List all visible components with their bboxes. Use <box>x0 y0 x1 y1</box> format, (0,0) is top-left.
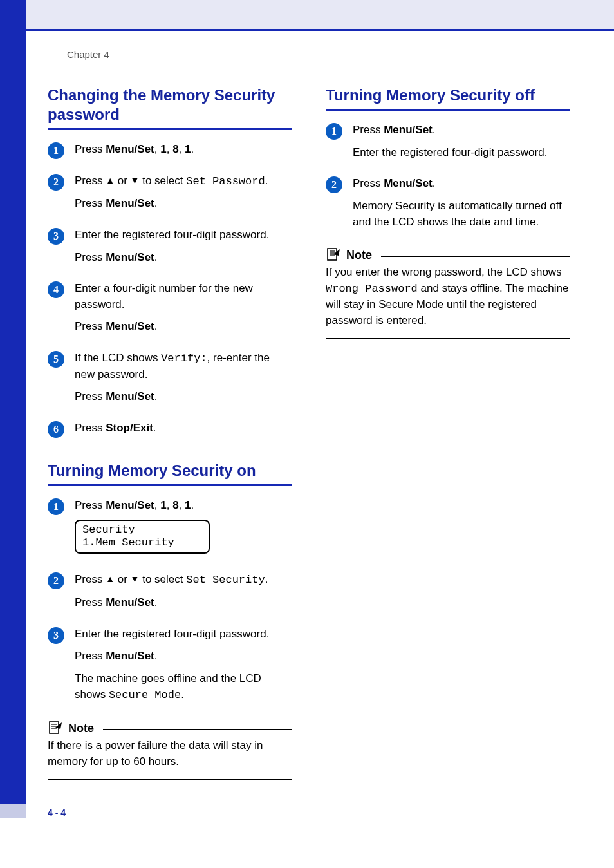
note-label: Note <box>346 249 372 262</box>
t: . <box>154 251 158 263</box>
step-3: 3 Enter the registered four-digit passwo… <box>48 627 292 710</box>
t: Press <box>75 390 106 402</box>
step-badge-1: 1 <box>326 123 342 140</box>
page-side-accent <box>0 804 26 818</box>
t: Menu/Set <box>106 650 154 662</box>
t: . <box>154 197 158 209</box>
t: If you enter the wrong password, the LCD… <box>326 266 562 278</box>
section-rule <box>48 128 292 130</box>
step-badge-4: 4 <box>48 281 64 298</box>
t: . <box>191 143 194 155</box>
note-header: Note <box>48 721 292 735</box>
section-title-turning-off: Turning Memory Security off <box>326 86 570 105</box>
step-text: Press Menu/Set, 1, 8, 1. <box>75 142 292 158</box>
t: or <box>115 573 131 585</box>
step-text: Enter the registered four-digit password… <box>75 227 292 243</box>
t: Press <box>75 573 106 585</box>
step-badge-1: 1 <box>48 498 64 515</box>
t: 1 <box>160 143 166 155</box>
mono-text: Secure Mode <box>109 689 181 701</box>
step-body: Press ▲ or ▼ to select Set Security. Pre… <box>75 572 292 617</box>
t: 1 <box>185 499 191 511</box>
mono-text: Wrong Password <box>326 283 418 295</box>
step-badge-2: 2 <box>48 174 64 191</box>
note-end-rule <box>48 779 292 780</box>
step-text: Memory Security is automatically turned … <box>353 198 570 230</box>
mono-text: Set Password <box>186 175 265 187</box>
t: Menu/Set <box>106 143 154 155</box>
t: , <box>154 143 160 155</box>
step-badge-3: 3 <box>48 627 64 644</box>
t: Menu/Set <box>106 251 154 263</box>
t: Menu/Set <box>106 596 154 609</box>
arrow-up-icon: ▲ <box>106 574 115 584</box>
t: Press <box>75 596 106 609</box>
step-badge-1: 1 <box>48 142 64 159</box>
step-text: Press Menu/Set. <box>75 319 292 335</box>
t: , <box>154 499 160 511</box>
step-body: Press Menu/Set, 1, 8, 1. <box>75 142 292 164</box>
lcd-display: Security 1.Mem Security <box>75 520 210 554</box>
step-text: Enter a four-digit number for the new pa… <box>75 281 292 312</box>
mono-text: Verify: <box>161 352 207 364</box>
step-badge-6: 6 <box>48 421 64 438</box>
step-text: The machine goes offline and the LCD sho… <box>75 671 292 703</box>
t: Press <box>75 650 106 662</box>
t: 8 <box>172 143 178 155</box>
t: Press <box>353 177 384 189</box>
step-body: Enter the registered four-digit password… <box>75 627 292 710</box>
note-icon <box>48 721 63 735</box>
t: . <box>154 650 158 662</box>
step-text: If the LCD shows Verify:, re-enter the n… <box>75 350 292 382</box>
t: Stop/Exit <box>106 422 153 434</box>
step-body: Enter a four-digit number for the new pa… <box>75 281 292 341</box>
step-text: Press Menu/Set. <box>353 122 570 138</box>
t: 1 <box>185 143 191 155</box>
step-body: Press Stop/Exit. <box>75 420 292 443</box>
t: Press <box>353 124 384 136</box>
t: or <box>115 175 131 187</box>
arrow-down-icon: ▼ <box>131 574 140 584</box>
t: Press <box>75 197 106 209</box>
t: , <box>167 499 172 511</box>
t: . <box>265 175 268 187</box>
chapter-label: Chapter 4 <box>67 49 570 60</box>
t: . <box>154 390 158 402</box>
step-1: 1 Press Menu/Set, 1, 8, 1. Security 1.Me… <box>48 498 292 563</box>
t: . <box>433 124 436 136</box>
step-5: 5 If the LCD shows Verify:, re-enter the… <box>48 350 292 411</box>
right-column: Turning Memory Security off 1 Press Menu… <box>326 86 570 780</box>
step-text: Enter the registered four-digit password… <box>353 145 570 161</box>
t: If the LCD shows <box>75 352 161 364</box>
step-badge-2: 2 <box>326 176 342 193</box>
t: Menu/Set <box>106 197 154 209</box>
note-rule <box>381 256 570 257</box>
t: Press <box>75 499 106 511</box>
t: . <box>181 688 184 701</box>
t: Menu/Set <box>384 177 433 189</box>
step-badge-2: 2 <box>48 572 64 589</box>
page-side-bar <box>0 0 26 813</box>
step-text: Enter the registered four-digit password… <box>75 627 292 643</box>
step-body: Enter the registered four-digit password… <box>75 227 292 272</box>
arrow-up-icon: ▲ <box>106 175 115 185</box>
mono-text: Set Security <box>186 574 265 586</box>
note-end-rule <box>326 338 570 339</box>
step-text: Press Menu/Set. <box>353 176 570 192</box>
step-text: Press ▲ or ▼ to select Set Security. <box>75 572 292 589</box>
two-column-layout: Changing the Memory Security password 1 … <box>48 86 570 780</box>
t: . <box>154 596 158 609</box>
t: 8 <box>172 499 178 511</box>
section-rule <box>326 109 570 111</box>
step-text: Press Menu/Set, 1, 8, 1. <box>75 498 292 514</box>
left-column: Changing the Memory Security password 1 … <box>48 86 292 780</box>
t: , <box>179 143 185 155</box>
note-body: If you enter the wrong password, the LCD… <box>326 265 570 329</box>
step-1: 1 Press Menu/Set, 1, 8, 1. <box>48 142 292 164</box>
t: Press <box>75 251 106 263</box>
step-3: 3 Enter the registered four-digit passwo… <box>48 227 292 272</box>
t: Menu/Set <box>384 124 433 136</box>
step-body: Press Menu/Set. Memory Security is autom… <box>353 176 570 236</box>
section-title-changing-password: Changing the Memory Security password <box>48 86 292 124</box>
step-text: Press Menu/Set. <box>75 595 292 611</box>
